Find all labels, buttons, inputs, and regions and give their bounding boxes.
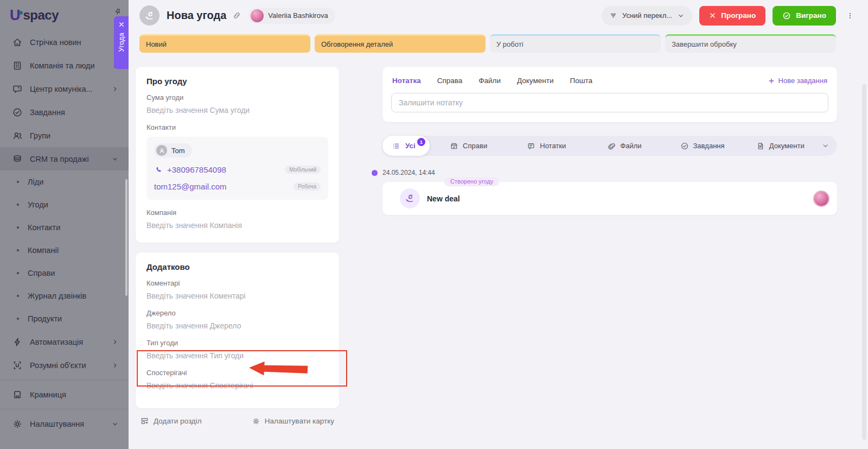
timeline-entry-card[interactable]: Створено угоду New deal: [382, 182, 837, 215]
field-input-company[interactable]: Введіть значення Компанія: [146, 221, 328, 230]
deal-created-icon: [400, 188, 420, 208]
sidebar-scrollbar[interactable]: [125, 179, 127, 296]
chevron-down-icon: [677, 12, 685, 20]
tab-files[interactable]: Файли: [478, 77, 501, 85]
lost-button[interactable]: Програно: [699, 6, 765, 26]
note-input[interactable]: [391, 93, 828, 112]
bullet-icon: [17, 318, 19, 320]
pin-icon[interactable]: [113, 7, 123, 17]
logo[interactable]: Uspacy: [0, 0, 129, 30]
new-task-label: Нове завдання: [778, 77, 827, 85]
owner-chip[interactable]: Valeriia Bashkirova: [248, 8, 335, 24]
field-input-deal-type[interactable]: Введіть значення Тип угоди: [146, 351, 328, 360]
sidebar-item-marketplace[interactable]: Крамниця: [0, 383, 129, 406]
bullet-icon: [17, 295, 19, 297]
additional-card-title: Додатково: [146, 262, 328, 271]
filter-notes[interactable]: Нотатки: [507, 142, 585, 150]
won-button[interactable]: Виграно: [773, 6, 836, 26]
deal-slideout-tab[interactable]: Угода: [114, 16, 129, 69]
tab-documents[interactable]: Документи: [517, 77, 553, 85]
pipeline-select[interactable]: Усний перекл...: [602, 6, 692, 26]
phone-icon: [154, 166, 163, 174]
sidebar-subitem-companies[interactable]: Компанії: [0, 239, 129, 262]
field-input-comments[interactable]: Введіть значення Коментарі: [146, 292, 328, 300]
page-scrollbar[interactable]: [862, 84, 866, 440]
timeline-entry-title: New deal: [427, 194, 460, 203]
sidebar-item-newsfeed[interactable]: Стрічка новин: [0, 30, 129, 54]
filter-all-label: Усі: [405, 142, 416, 150]
sidebar-item-label: Завдання: [30, 108, 65, 117]
close-icon[interactable]: [118, 21, 125, 28]
smart-objects-icon: [12, 360, 23, 371]
filter-documents[interactable]: Документи: [741, 142, 819, 150]
chevron-down-icon[interactable]: [819, 142, 837, 150]
sidebar-subitem-contacts[interactable]: Контакти: [0, 216, 129, 239]
sidebar-item-settings[interactable]: Налаштування: [0, 412, 129, 435]
chevron-right-icon: [111, 85, 119, 93]
building-icon: [12, 60, 23, 71]
sidebar-item-label: Автоматизація: [30, 338, 83, 346]
stage-discussion[interactable]: Обговорення деталей: [315, 34, 486, 53]
chevron-down-icon: [111, 420, 119, 428]
divider: [0, 409, 129, 409]
stage-label: Новий: [146, 40, 167, 48]
bullet-icon: [17, 272, 19, 274]
sidebar-item-smart-objects[interactable]: Розумні об'єкти: [0, 353, 129, 377]
stage-label: У роботі: [496, 40, 524, 48]
contact-phone-link[interactable]: +380967854098: [154, 165, 226, 174]
filter-label: Завдання: [693, 142, 725, 150]
field-input-amount[interactable]: Введіть значення Сума угоди: [146, 106, 328, 115]
email-type-badge: Робоча: [293, 182, 321, 191]
sidebar-subitem-activities[interactable]: Справи: [0, 262, 129, 284]
sidebar-item-groups[interactable]: Групи: [0, 124, 129, 147]
sidebar-subitem-products[interactable]: Продукти: [0, 307, 129, 330]
sidebar-item-tasks[interactable]: Завдання: [0, 100, 129, 124]
sidebar-item-label: Стрічка новин: [30, 38, 81, 47]
won-label: Виграно: [796, 11, 826, 20]
composer-tabs: Нотатка Справа Файли Документи Пошта Нов…: [391, 75, 828, 85]
more-menu-icon[interactable]: [843, 9, 857, 22]
stage-in-progress[interactable]: У роботі: [490, 34, 661, 53]
field-input-source[interactable]: Введіть значення Джерело: [146, 321, 328, 330]
sidebar-item-label: Розумні об'єкти: [30, 361, 86, 370]
activity-column: Нотатка Справа Файли Документи Пошта Нов…: [382, 67, 837, 426]
copy-link-icon[interactable]: [232, 11, 241, 20]
subitem-label: Компанії: [28, 246, 59, 255]
paperclip-icon: [607, 142, 616, 150]
stage-new[interactable]: Новий: [139, 34, 310, 53]
configure-card-button[interactable]: Налаштувати картку: [252, 416, 334, 426]
tab-activity[interactable]: Справа: [437, 77, 463, 85]
contact-avatar-icon: [156, 145, 167, 156]
deal-header: Нова угода Valeriia Bashkirova Усний пер…: [129, 0, 868, 26]
sidebar-subitem-leads[interactable]: Ліди: [0, 170, 129, 193]
sidebar-subitem-deals[interactable]: Угоди: [0, 193, 129, 216]
tab-mail[interactable]: Пошта: [570, 77, 592, 85]
sidebar-item-crm[interactable]: CRM та продажі: [0, 147, 129, 170]
people-icon: [12, 130, 23, 141]
stage-finish[interactable]: Завершити обробку: [665, 34, 836, 53]
field-label-amount: Сума угоди: [146, 93, 328, 102]
add-section-button[interactable]: Додати розділ: [140, 416, 202, 426]
field-label-comments: Коментарі: [146, 279, 328, 287]
sidebar-subitem-call-log[interactable]: Журнал дзвінків: [0, 284, 129, 307]
logo-text: spacy: [23, 8, 59, 23]
tab-note[interactable]: Нотатка: [392, 77, 421, 85]
filter-all[interactable]: Усі 1: [382, 136, 430, 156]
sidebar-item-communications[interactable]: Центр комуніка...: [0, 77, 129, 100]
about-card-title: Про угоду: [146, 77, 328, 86]
deal-avatar-icon: [139, 5, 159, 26]
contact-email-link[interactable]: tom125@gmail.com: [154, 182, 227, 191]
new-task-button[interactable]: Нове завдання: [768, 77, 827, 85]
contact-chip[interactable]: Tom: [154, 143, 192, 157]
sidebar-item-automation[interactable]: Автоматизація: [0, 330, 129, 353]
sidebar-item-company-people[interactable]: Компанія та люди: [0, 54, 129, 77]
card-actions-row: Додати розділ Налаштувати картку: [136, 416, 339, 426]
filter-tasks[interactable]: Завдання: [663, 142, 742, 150]
lightning-icon: [12, 337, 23, 347]
chevron-right-icon: [111, 362, 119, 369]
sidebar-item-label: Групи: [30, 131, 50, 140]
filter-activities[interactable]: Справи: [430, 142, 508, 150]
field-input-observers[interactable]: Введіть значення Спостерігачі: [146, 381, 328, 390]
logo-dot-icon: [19, 11, 23, 15]
filter-files[interactable]: Файли: [585, 142, 663, 150]
